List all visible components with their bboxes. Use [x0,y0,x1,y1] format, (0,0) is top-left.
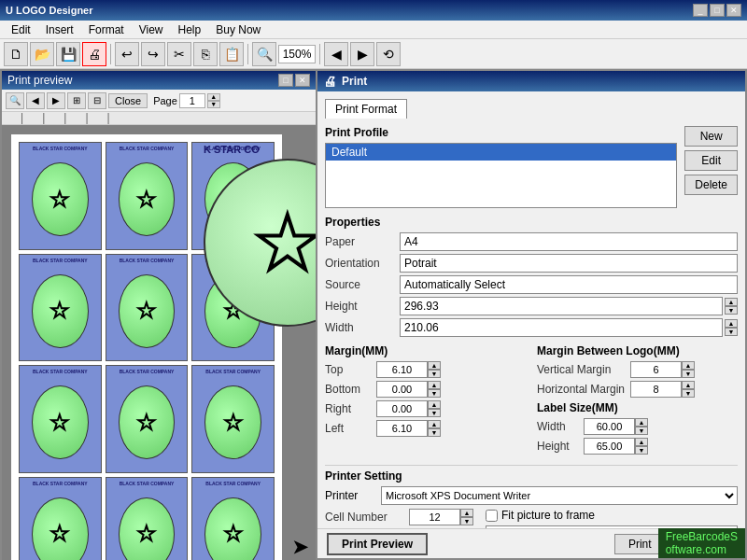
next-page-btn[interactable]: ▶ [47,92,65,109]
vertical-up[interactable]: ▲ [682,361,695,370]
save-btn[interactable]: 💾 [56,42,80,66]
title-bar: U LOGO Designer _ □ ✕ [0,0,747,21]
paper-value: A4 [400,232,738,251]
menu-view[interactable]: View [132,21,171,38]
close-btn[interactable]: ✕ [726,4,741,17]
watermark: FreeBarcodeSoftware.com [658,528,745,558]
zoom-out2-btn[interactable]: ⊟ [88,92,106,109]
redo-btn[interactable]: ↪ [141,42,165,66]
label-height-label: Height [537,440,584,453]
nav-left-btn[interactable]: ◀ [324,42,348,66]
margin-bottom-down[interactable]: ▼ [428,389,441,398]
margin-top-input[interactable] [376,361,428,378]
page-down[interactable]: ▼ [207,101,220,108]
height-down[interactable]: ▼ [725,306,738,315]
tab-print-format[interactable]: Print Format [325,99,407,119]
menu-help[interactable]: Help [171,21,209,38]
new-btn[interactable]: 🗋 [4,42,28,66]
printer-row: Printer Microsoft XPS Document Writer [325,486,738,505]
window-controls[interactable]: _ □ ✕ [693,4,741,17]
label-cell: BLACK STAR COMPANY ★ [106,142,189,250]
new-profile-btn[interactable]: New [684,126,738,147]
properties-label: Properties [325,216,738,229]
print-dialog: 🖨 Print Print Format Print Profile Defau… [317,69,747,560]
zoom-input[interactable] [278,45,316,63]
page-up[interactable]: ▲ [207,93,220,101]
zoom-out-btn[interactable]: 🔍 [252,42,276,66]
zoom-fit-btn[interactable]: 🔍 [6,92,24,109]
margin-bottom-input[interactable] [376,381,428,398]
maximize-btn[interactable]: □ [710,4,725,17]
margin-top-up[interactable]: ▲ [428,361,441,370]
copy-btn[interactable]: ⎘ [193,42,218,66]
cn-up[interactable]: ▲ [460,509,473,517]
vertical-margin-row: Vertical Margin ▲ ▼ [537,361,738,378]
margin-left-down[interactable]: ▼ [428,428,441,437]
cn-down[interactable]: ▼ [460,517,473,525]
preview-maximize[interactable]: □ [278,74,293,87]
lh-up[interactable]: ▲ [635,438,648,446]
lh-down[interactable]: ▼ [635,446,648,455]
margin-right-up[interactable]: ▲ [428,400,441,409]
page-input[interactable] [179,93,205,108]
label-height-input[interactable] [584,438,635,455]
width-down[interactable]: ▼ [725,328,738,336]
prev-page-btn[interactable]: ◀ [26,92,45,109]
print-preview-btn[interactable]: Print Preview [327,533,428,555]
star-icon: ★ [50,299,69,323]
close-preview-btn[interactable]: Close [108,93,148,108]
preview-close[interactable]: ✕ [295,74,310,87]
margin-right-down[interactable]: ▼ [428,409,441,417]
page-spinner[interactable]: ▲ ▼ [207,93,220,108]
big-star-icon: ★ [254,200,316,287]
undo-btn[interactable]: ↩ [115,42,139,66]
star-icon: ★ [137,411,156,435]
paste-btn[interactable]: 📋 [219,42,244,66]
margin-top-down[interactable]: ▼ [428,370,441,378]
profile-list[interactable]: Default [325,143,677,208]
edit-profile-btn[interactable]: Edit [684,150,738,171]
vertical-margin-input[interactable] [630,361,682,378]
cut-btn[interactable]: ✂ [167,42,191,66]
zoom-in-btn[interactable]: ⊞ [67,92,86,109]
height-up[interactable]: ▲ [725,298,738,306]
horizontal-margin-input[interactable] [630,381,682,398]
big-star-text: K STAR CO [204,144,316,155]
minimize-btn[interactable]: _ [693,4,708,17]
lw-up[interactable]: ▲ [635,418,648,427]
open-btn[interactable]: 📂 [30,42,54,66]
width-up[interactable]: ▲ [725,319,738,328]
height-input[interactable] [400,297,723,315]
nav-right-btn[interactable]: ▶ [350,42,374,66]
lw-down[interactable]: ▼ [635,427,648,435]
margin-left-up[interactable]: ▲ [428,420,441,428]
menu-insert[interactable]: Insert [38,21,81,38]
margin-left-input[interactable] [376,420,428,437]
label-height-row: Height ▲ ▼ [537,438,738,455]
printer-select[interactable]: Microsoft XPS Document Writer [381,486,738,505]
fit-checkbox[interactable] [486,510,498,522]
menu-format[interactable]: Format [81,21,132,38]
dialog-body: Print Format Print Profile Default New E… [317,91,745,560]
rotate-btn[interactable]: ⟲ [376,42,401,66]
label-cell: BLACK STAR COMPANY ★ [19,365,102,473]
profile-item-default[interactable]: Default [326,144,676,161]
horizontal-margin-label: Horizontal Margin [537,383,630,396]
horizontal-down[interactable]: ▼ [682,389,695,398]
margin-left-row: Left ▲ ▼ [325,420,526,437]
label-width-input[interactable] [584,418,635,435]
preview-toolbar: 🔍 ◀ ▶ ⊞ ⊟ Close Page ▲ ▼ [2,90,316,112]
menu-edit[interactable]: Edit [4,21,38,38]
margin-bottom-up[interactable]: ▲ [428,381,441,389]
menu-buynow[interactable]: Buy Now [208,21,268,38]
delete-profile-btn[interactable]: Delete [684,175,738,195]
print-btn[interactable]: 🖨 [82,42,106,66]
width-input[interactable] [400,318,723,337]
vertical-down[interactable]: ▼ [682,370,695,378]
print-icon: 🖨 [323,74,336,89]
sep1 [110,44,111,64]
horizontal-up[interactable]: ▲ [682,381,695,389]
margin-right-input[interactable] [376,400,428,417]
cell-number-input[interactable] [409,509,460,525]
profile-left: Print Profile Default [325,126,677,208]
